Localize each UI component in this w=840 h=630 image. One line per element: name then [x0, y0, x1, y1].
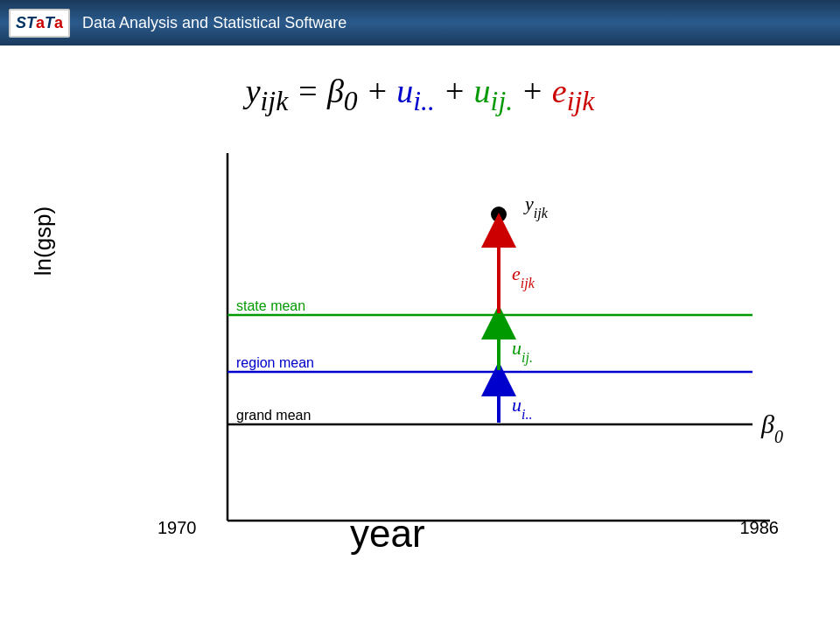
formula-area: yijk = β0 + ui.. + uij. + eijk [0, 46, 840, 135]
year-start: 1970 [158, 518, 197, 538]
region-mean-label: region mean [236, 355, 314, 370]
e-ijk-label: eijk [512, 262, 536, 291]
y-axis-label: ln(gsp) [30, 206, 57, 276]
y-ijk-label: yijk [523, 192, 549, 221]
state-mean-label: state mean [236, 298, 305, 313]
header: STaTa Data Analysis and Statistical Soft… [0, 0, 840, 46]
stata-logo: STaTa [9, 9, 70, 38]
year-end: 1986 [740, 518, 780, 538]
grand-mean-label: grand mean [236, 408, 311, 423]
data-point [491, 206, 507, 222]
stata-logo-text: STaTa [16, 14, 63, 32]
formula-text: yijk = β0 + ui.. + uij. + eijk [246, 73, 595, 109]
u-i-label: ui.. [512, 394, 532, 422]
chart-container: yijk eijk uij. ui.. state mean region me… [105, 144, 788, 573]
beta0-label: β0 [760, 410, 783, 446]
chart-svg: yijk eijk uij. ui.. state mean region me… [158, 144, 788, 573]
u-ij-label: uij. [512, 337, 533, 366]
x-axis-label: year [350, 512, 425, 556]
header-title: Data Analysis and Statistical Software [82, 14, 346, 32]
